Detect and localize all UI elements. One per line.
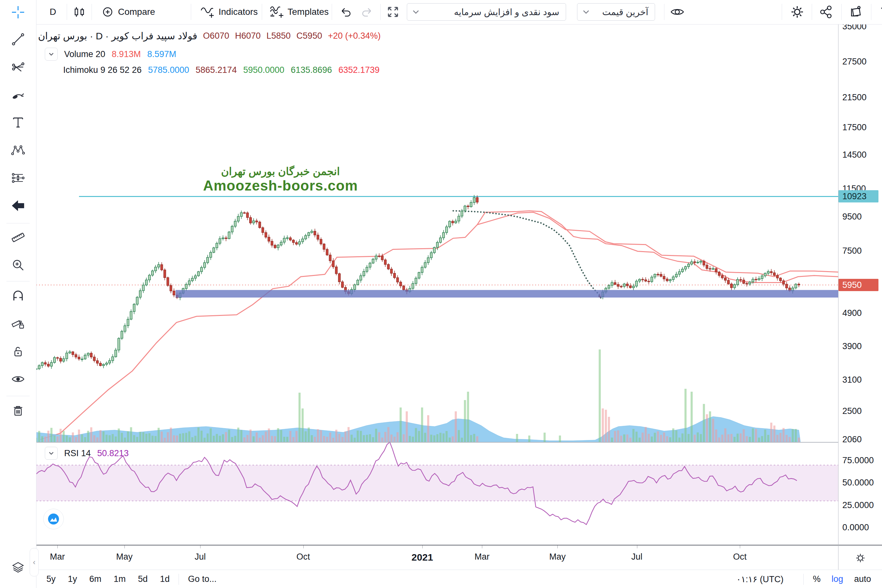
goto-button[interactable]: Go to...	[188, 574, 217, 584]
price-change: +20 (+0.34%)	[328, 31, 381, 41]
templates-icon	[269, 5, 284, 19]
ichimoku-value: 5785.0000	[148, 65, 189, 75]
time-axis-label: Oct	[733, 552, 747, 562]
sidebar-collapse-handle[interactable]: ‹	[30, 548, 39, 576]
price-badge-last: 5950	[838, 279, 879, 291]
price-axis[interactable]: 3500027500215001750014500115009500750049…	[838, 24, 882, 570]
layers-icon	[11, 561, 25, 575]
tool-drawing-lock[interactable]	[11, 316, 25, 331]
rsi-label: RSI 14	[64, 448, 91, 458]
tool-xabcd-pattern[interactable]	[11, 143, 25, 158]
rsi-value: 50.8213	[98, 448, 129, 458]
trend-line-icon	[11, 32, 25, 46]
chart-settings-button[interactable]	[790, 0, 805, 24]
price-axis-label: 27500	[842, 57, 867, 67]
tool-gann-fib[interactable]	[11, 60, 25, 74]
ichimoku-value: 6135.8696	[291, 65, 332, 75]
price-axis-label: 2500	[842, 406, 862, 416]
log-scale-button[interactable]: log	[831, 574, 843, 584]
tool-hide-drawings[interactable]	[11, 372, 25, 386]
ohlc-close: C5950	[297, 31, 322, 41]
time-axis-label: Oct	[296, 552, 310, 562]
arrow-left-icon	[11, 199, 25, 213]
range-5d[interactable]: 5d	[138, 574, 148, 584]
gann-fib-icon	[11, 60, 25, 74]
chevron-down-icon	[582, 8, 590, 16]
trash-icon	[11, 404, 25, 418]
lock-open-icon	[11, 344, 25, 358]
tool-magnet[interactable]	[11, 289, 25, 303]
zoom-in-icon	[11, 258, 25, 272]
tool-lock-all[interactable]	[11, 344, 25, 358]
redo-button[interactable]	[360, 0, 374, 24]
time-axis[interactable]: MarMayJulOct2021MarMayJulOct	[36, 545, 838, 570]
volume-value-current: 8.913M	[112, 50, 141, 59]
price-axis-label: 9500	[842, 212, 862, 222]
ichimoku-label: Ichimoku 9 26 52 26	[63, 65, 141, 75]
tool-zoom-in[interactable]	[11, 258, 25, 272]
tool-brush[interactable]	[11, 88, 25, 102]
axis-settings-row[interactable]	[838, 545, 882, 570]
range-1d[interactable]: 1d	[160, 574, 170, 584]
chevron-down-icon	[412, 8, 420, 16]
ohlc-high: H6070	[235, 31, 261, 41]
interval-button[interactable]: D	[43, 0, 63, 24]
time-axis-label: Mar	[50, 552, 65, 562]
snapshot-button[interactable]	[849, 0, 863, 24]
chart-style-button[interactable]	[72, 0, 86, 24]
tool-arrow-back[interactable]	[11, 199, 25, 213]
indicators-button[interactable]: Indicators	[200, 0, 258, 24]
percent-scale-button[interactable]: %	[813, 574, 820, 584]
ruler-icon	[11, 230, 25, 244]
symbol-legend: فولاد سپید فراب کویر · D · بورس تهران O6…	[38, 30, 381, 42]
volume-legend: Volume 20 8.913M 8.597M	[45, 48, 176, 61]
tool-crosshair[interactable]	[11, 5, 25, 20]
volume-label: Volume 20	[64, 50, 105, 59]
symbol-title[interactable]: فولاد سپید فراب کویر · D · بورس تهران	[38, 30, 197, 42]
price-mode-dropdown[interactable]: آخرین قیمت	[577, 3, 655, 21]
range-1m[interactable]: 1m	[114, 574, 126, 584]
brush-icon	[11, 88, 25, 102]
tool-ruler[interactable]	[11, 230, 25, 244]
price-badge-high: 10923	[838, 190, 879, 202]
auto-scale-button[interactable]: auto	[854, 574, 871, 584]
rsi-collapse-button[interactable]	[45, 447, 58, 460]
watermark-line2: Amoozesh-boors.com	[184, 178, 377, 194]
time-axis-label: May	[549, 552, 566, 562]
indicator-logo-badge[interactable]	[43, 509, 64, 530]
adjustments-dropdown[interactable]: سود نقدی و افزایش سرمایه	[407, 3, 566, 21]
fullscreen-button[interactable]	[386, 0, 400, 24]
range-6m[interactable]: 6m	[89, 574, 102, 584]
tool-remove-drawings[interactable]	[11, 404, 25, 418]
tool-trend-line[interactable]	[11, 32, 25, 46]
compare-plus-icon	[100, 5, 115, 19]
price-axis-label: 3100	[842, 375, 862, 385]
compare-button[interactable]: Compare	[100, 0, 155, 24]
undo-button[interactable]	[339, 0, 352, 24]
visibility-button[interactable]	[670, 0, 685, 24]
object-tree-button[interactable]	[11, 561, 25, 575]
clock[interactable]: ۰۱:۱۶ (UTC)	[736, 574, 783, 585]
remove-chart-button[interactable]	[878, 0, 882, 24]
pencil-lock-icon	[11, 316, 25, 331]
price-mode-dropdown-label: آخرین قیمت	[595, 7, 655, 17]
volume-collapse-button[interactable]	[45, 48, 58, 61]
ichimoku-value: 6352.1739	[339, 65, 380, 75]
gear-icon	[790, 4, 805, 20]
redo-icon	[360, 5, 374, 19]
range-5y[interactable]: 5y	[46, 574, 56, 584]
trash-icon	[878, 4, 882, 20]
tool-text[interactable]	[11, 116, 25, 130]
share-button[interactable]	[819, 0, 834, 24]
price-axis-label: 2060	[842, 435, 862, 444]
share-icon	[819, 4, 834, 20]
templates-button[interactable]: Templates	[269, 0, 329, 24]
bottom-toolbar: 5y 1y 6m 1m 5d 1d Go to... ۰۱:۱۶ (UTC) %…	[36, 570, 882, 588]
range-1y[interactable]: 1y	[68, 574, 77, 584]
chart-canvas[interactable]	[0, 0, 882, 588]
crosshair-icon	[11, 5, 25, 20]
indicators-label: Indicators	[219, 7, 258, 17]
price-axis-label: 3900	[842, 341, 862, 351]
indicators-icon	[200, 5, 215, 19]
tool-long-position[interactable]	[11, 171, 25, 185]
